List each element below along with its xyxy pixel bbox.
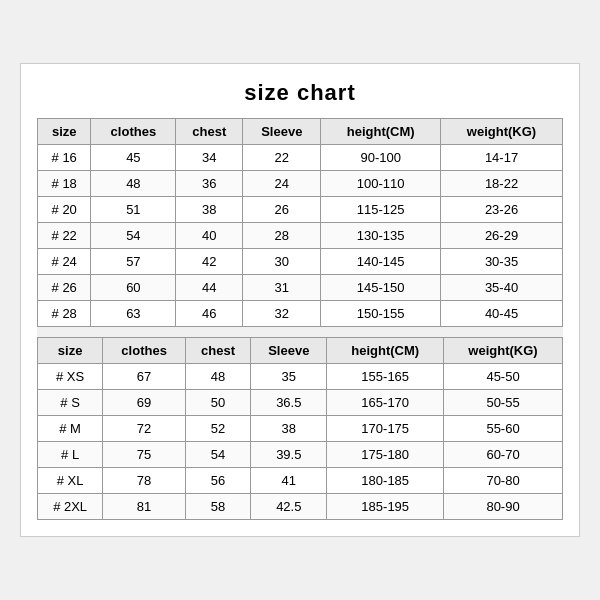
table-cell: # 22 [38, 223, 91, 249]
table-cell: 46 [176, 301, 243, 327]
table-cell: 78 [103, 468, 186, 494]
column-header: clothes [91, 119, 176, 145]
table-row: # 24574230140-14530-35 [38, 249, 563, 275]
table-row: # 1645342290-10014-17 [38, 145, 563, 171]
table-cell: # M [38, 416, 103, 442]
table-cell: # XS [38, 364, 103, 390]
table-cell: 45 [91, 145, 176, 171]
table-cell: 140-145 [321, 249, 441, 275]
table-cell: 38 [251, 416, 327, 442]
table-cell: 14-17 [441, 145, 563, 171]
column-header: chest [176, 119, 243, 145]
table-cell: 67 [103, 364, 186, 390]
table-cell: 18-22 [441, 171, 563, 197]
table-cell: 69 [103, 390, 186, 416]
column-header: height(CM) [321, 119, 441, 145]
column-header: height(CM) [327, 338, 444, 364]
table-row: # 20513826115-12523-26 [38, 197, 563, 223]
table-cell: 170-175 [327, 416, 444, 442]
table-cell: # 26 [38, 275, 91, 301]
table-cell: 72 [103, 416, 186, 442]
table-cell: 34 [176, 145, 243, 171]
table-row: # 18483624100-11018-22 [38, 171, 563, 197]
table-cell: 36 [176, 171, 243, 197]
table-cell: # 20 [38, 197, 91, 223]
table-cell: 80-90 [444, 494, 563, 520]
column-header: weight(KG) [441, 119, 563, 145]
column-header: size [38, 119, 91, 145]
table-cell: 50 [185, 390, 250, 416]
table-row: # 2XL815842.5185-19580-90 [38, 494, 563, 520]
table-cell: 60-70 [444, 442, 563, 468]
size-table-2: sizeclotheschestSleeveheight(CM)weight(K… [37, 337, 563, 520]
table-cell: 40 [176, 223, 243, 249]
table-cell: 32 [243, 301, 321, 327]
size-chart-card: size chart sizeclotheschestSleeveheight(… [20, 63, 580, 537]
table-cell: # 28 [38, 301, 91, 327]
table-cell: # XL [38, 468, 103, 494]
table-cell: 41 [251, 468, 327, 494]
table-cell: 70-80 [444, 468, 563, 494]
table-cell: 48 [185, 364, 250, 390]
table-cell: 28 [243, 223, 321, 249]
table-cell: 63 [91, 301, 176, 327]
column-header: weight(KG) [444, 338, 563, 364]
table-row: # XS674835155-16545-50 [38, 364, 563, 390]
table-cell: 56 [185, 468, 250, 494]
table-cell: 38 [176, 197, 243, 223]
table-cell: # L [38, 442, 103, 468]
table-cell: 155-165 [327, 364, 444, 390]
table-cell: 42.5 [251, 494, 327, 520]
table-cell: 60 [91, 275, 176, 301]
table-cell: 45-50 [444, 364, 563, 390]
table-cell: 150-155 [321, 301, 441, 327]
table-row: # 22544028130-13526-29 [38, 223, 563, 249]
column-header: Sleeve [251, 338, 327, 364]
table-cell: 35-40 [441, 275, 563, 301]
table-cell: 50-55 [444, 390, 563, 416]
table-cell: 81 [103, 494, 186, 520]
table-cell: 165-170 [327, 390, 444, 416]
table-cell: 31 [243, 275, 321, 301]
table-cell: 35 [251, 364, 327, 390]
table-cell: 175-180 [327, 442, 444, 468]
chart-title: size chart [37, 80, 563, 106]
column-header: chest [185, 338, 250, 364]
table-cell: 26-29 [441, 223, 563, 249]
table-cell: 48 [91, 171, 176, 197]
table-row: # XL785641180-18570-80 [38, 468, 563, 494]
table-row: # 28634632150-15540-45 [38, 301, 563, 327]
table-cell: 90-100 [321, 145, 441, 171]
table-row: # M725238170-17555-60 [38, 416, 563, 442]
column-header: clothes [103, 338, 186, 364]
table-cell: 57 [91, 249, 176, 275]
column-header: Sleeve [243, 119, 321, 145]
table-cell: 23-26 [441, 197, 563, 223]
table-cell: 30-35 [441, 249, 563, 275]
column-header: size [38, 338, 103, 364]
table-cell: 55-60 [444, 416, 563, 442]
table-cell: 130-135 [321, 223, 441, 249]
table-cell: 100-110 [321, 171, 441, 197]
table-cell: 51 [91, 197, 176, 223]
table-row: # L755439.5175-18060-70 [38, 442, 563, 468]
table-cell: 44 [176, 275, 243, 301]
table-cell: # 18 [38, 171, 91, 197]
table-cell: 180-185 [327, 468, 444, 494]
table-cell: 145-150 [321, 275, 441, 301]
size-table-1: sizeclotheschestSleeveheight(CM)weight(K… [37, 118, 563, 327]
table-cell: 39.5 [251, 442, 327, 468]
table-cell: 75 [103, 442, 186, 468]
table-cell: 58 [185, 494, 250, 520]
table-cell: # 16 [38, 145, 91, 171]
table-cell: 54 [91, 223, 176, 249]
table-cell: 42 [176, 249, 243, 275]
table-cell: 54 [185, 442, 250, 468]
table-cell: # 24 [38, 249, 91, 275]
table-row: # S695036.5165-17050-55 [38, 390, 563, 416]
table-cell: # S [38, 390, 103, 416]
table-cell: 185-195 [327, 494, 444, 520]
table-cell: # 2XL [38, 494, 103, 520]
table-cell: 26 [243, 197, 321, 223]
table-cell: 24 [243, 171, 321, 197]
